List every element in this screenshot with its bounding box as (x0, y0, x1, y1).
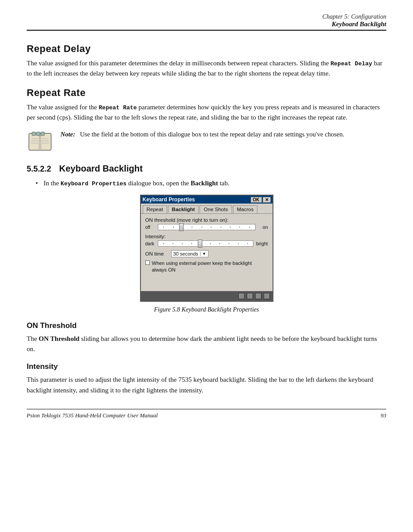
checkbox-external-power[interactable] (145, 260, 150, 265)
spacer (145, 275, 268, 288)
slider-dark-label: dark (145, 241, 155, 246)
tab-macros[interactable]: Macros (233, 205, 258, 213)
note-block: Note: Use the field at the bottom of thi… (27, 130, 386, 156)
checkbox-label: When using external power keep the backl… (152, 260, 268, 273)
footer-page-number: 93 (381, 412, 386, 419)
dialog-bottom-icon-1 (238, 293, 245, 299)
dialog-close-button[interactable]: ✕ (263, 197, 271, 203)
dialog-title-buttons: OK ✕ (251, 197, 271, 203)
on-time-row: ON time 30 seconds ▼ (145, 250, 268, 257)
on-threshold-heading: ON Threshold (27, 321, 386, 330)
slider-on-label: on (258, 224, 268, 230)
subsection-title: Keyboard Backlight (59, 164, 143, 174)
intensity-slider-track[interactable] (158, 240, 254, 247)
dialog-title: Keyboard Properties (143, 196, 251, 203)
dialog-bottom-icon-3 (255, 293, 261, 299)
tab-oneshots[interactable]: One Shots (200, 205, 232, 213)
select-arrow-icon: ▼ (200, 252, 206, 256)
dialog-box: Keyboard Properties OK ✕ Repeat Backligh… (140, 195, 273, 302)
on-threshold-row: ON threshold (move right to turn on): of… (145, 217, 268, 230)
footer-left: Psion Teklogix 7535 Hand-Held Computer U… (27, 412, 158, 419)
slider-off-label: off (145, 224, 155, 230)
page: Chapter 5: Configuration Keyboard Backli… (0, 0, 413, 446)
dialog-content: ON threshold (move right to turn on): of… (141, 214, 273, 291)
page-header: Chapter 5: Configuration Keyboard Backli… (27, 13, 386, 31)
page-footer: Psion Teklogix 7535 Hand-Held Computer U… (27, 409, 386, 419)
intensity-slider-row: dark bright (145, 240, 268, 247)
dialog-tabs: Repeat Backlight One Shots Macros (141, 204, 273, 214)
note-icon (27, 130, 53, 156)
repeat-rate-para: The value assigned for the Repeat Rate p… (27, 102, 386, 123)
chapter-line: Chapter 5: Configuration (27, 13, 386, 20)
on-threshold-slider-row: off on (145, 224, 268, 230)
repeat-delay-heading: Repeat Delay (27, 43, 386, 55)
note-content: Use the field at the bottom of this dial… (77, 131, 345, 138)
svg-rect-0 (29, 133, 51, 150)
bullet-item: In the Keyboard Properties dialogue box,… (36, 178, 386, 188)
tab-repeat[interactable]: Repeat (143, 205, 167, 213)
intensity-thumb[interactable] (198, 240, 202, 248)
on-threshold-label: ON threshold (move right to turn on): (145, 217, 268, 223)
note-label: Note: (60, 131, 75, 138)
on-time-value: 30 seconds (173, 251, 198, 256)
bullet-list: In the Keyboard Properties dialogue box,… (27, 178, 386, 188)
repeat-rate-heading: Repeat Rate (27, 87, 386, 99)
on-threshold-slider-track[interactable] (158, 224, 256, 230)
on-threshold-para: The ON Threshold sliding bar allows you … (27, 334, 386, 355)
subsection-number: 5.5.2.2 (27, 164, 51, 174)
intensity-label: Intensity: (145, 234, 268, 239)
slider-dots-1 (158, 227, 255, 228)
svg-rect-10 (41, 132, 44, 136)
intensity-row: Intensity: dark bright (145, 234, 268, 247)
checkbox-row: When using external power keep the backl… (145, 260, 268, 273)
intensity-para: This parameter is used to adjust the lig… (27, 375, 386, 396)
on-threshold-thumb[interactable] (179, 223, 184, 231)
note-text: Note: Use the field at the bottom of thi… (60, 130, 344, 140)
svg-rect-8 (32, 132, 36, 136)
tab-backlight[interactable]: Backlight (168, 205, 199, 213)
dialog-bottom-bar (141, 291, 273, 301)
dialog-container: Keyboard Properties OK ✕ Repeat Backligh… (27, 195, 386, 302)
dialog-title-bar: Keyboard Properties OK ✕ (141, 196, 273, 204)
header-section-title: Keyboard Backlight (27, 20, 386, 28)
subsection-header: 5.5.2.2 Keyboard Backlight (27, 164, 386, 174)
intensity-heading: Intensity (27, 362, 386, 371)
dialog-ok-button[interactable]: OK (251, 197, 262, 203)
on-time-label: ON time (145, 251, 168, 256)
figure-caption: Figure 5.8 Keyboard Backlight Properties (27, 306, 386, 313)
dialog-bottom-icon-2 (247, 293, 253, 299)
slider-dots-2 (158, 243, 253, 244)
dialog-bottom-icon-4 (264, 293, 270, 299)
on-time-select[interactable]: 30 seconds ▼ (171, 250, 209, 257)
repeat-delay-para: The value assigned for this parameter de… (27, 58, 386, 79)
svg-rect-9 (36, 132, 40, 136)
slider-bright-label: bright (256, 241, 268, 246)
